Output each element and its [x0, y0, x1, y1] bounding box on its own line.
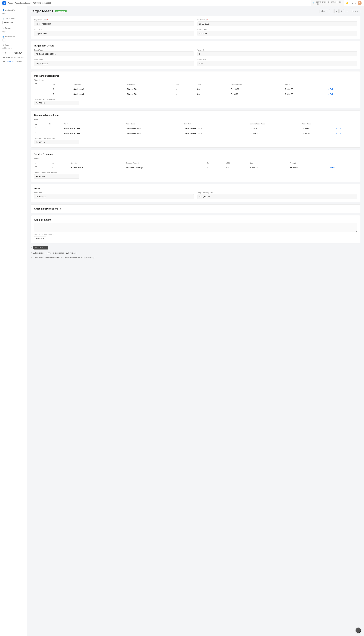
posting-time-value[interactable]: 17:04:55 [198, 31, 357, 36]
comment-button[interactable]: Comment [34, 236, 46, 240]
new-email-button[interactable]: ✉ New Email [34, 246, 48, 249]
consumed-stock-total-label: Consumed Stock Total Value [34, 98, 80, 100]
target-asset-value[interactable]: ACC-ASS-2021-00001 [34, 52, 194, 56]
consumed-stock-card: Consumed Stock Items Stock Items No. Ite… [31, 71, 360, 108]
row-edit[interactable]: ✏ Edit [335, 126, 357, 131]
asset-name-value[interactable]: Target Asset 1 [34, 61, 194, 66]
created-link[interactable]: created this [6, 60, 14, 62]
next-button[interactable]: › [334, 9, 338, 13]
row-item-code[interactable]: Service Item 1 [70, 165, 125, 170]
target-item-code-value[interactable]: Target Asset Item [34, 21, 194, 26]
target-item-details-title: Target Item Details [34, 44, 357, 47]
row-checkbox[interactable] [35, 88, 37, 90]
row-edit[interactable]: ✏ Edit [327, 87, 357, 92]
row-asset-value: Rs 361.42 [301, 131, 335, 136]
row-check[interactable] [34, 131, 47, 136]
consumed-assets-title: Consumed Asset Items [34, 114, 357, 116]
page-title: Target Asset 1 [31, 9, 54, 13]
scroll-to-top-button[interactable]: ↑ [356, 627, 361, 633]
row-item-code[interactable]: Stock Item 1 [72, 87, 126, 92]
entry-type-value[interactable]: Capitalization [34, 31, 194, 36]
row-asset[interactable]: ACC-ASS-2021-000... [62, 131, 125, 136]
target-qty-value[interactable]: 1 [198, 52, 357, 56]
comment-icon[interactable]: ○ [9, 52, 10, 54]
row-checkbox[interactable] [35, 132, 37, 134]
main-form-card: Target Item Code * Target Asset Item Pos… [31, 16, 360, 39]
cancel-button[interactable]: Cancel [350, 9, 360, 13]
edit-link[interactable]: ✏ Edit [330, 167, 336, 169]
row-check[interactable] [34, 165, 51, 170]
col-current-asset-value: Current Asset Value [249, 122, 301, 126]
edit-link[interactable]: ✏ Edit [336, 127, 341, 129]
select-all-services-checkbox[interactable] [35, 162, 37, 164]
nav-left: E › Assets › Asset Capitalization › ACC-… [2, 1, 51, 5]
target-incoming-rate-field: Target Incoming Rate Rs 2,218.23 [198, 192, 357, 199]
search-placeholder: Search or type a command (Ctrl + G) [316, 1, 342, 5]
table-row: 2 Stock Item 2 Stores - TC 4 Nos Rs 80.0… [34, 92, 357, 97]
accounting-dimensions-toggle[interactable]: Accounting Dimensions ∨ [34, 208, 357, 210]
tags-label: 🏷 Tags [2, 44, 25, 46]
col-stock-uom: Stock ... [196, 83, 230, 87]
row-edit[interactable]: ✏ Edit [335, 131, 357, 136]
row-item-code[interactable]: Stock Item 2 [72, 92, 126, 97]
consumed-assets-total-value: Rs 998.23 [34, 140, 80, 144]
activity-log: You edited this 23 hours ago You created… [2, 56, 25, 63]
edit-link[interactable]: ✏ Edit [328, 88, 333, 90]
help-button[interactable]: Help ▾ [351, 2, 356, 4]
stock-uom-value[interactable]: Nos [198, 61, 357, 66]
row-check[interactable] [34, 92, 52, 97]
service-expenses-total-label: Service Expense Total Amount [34, 172, 80, 174]
target-incoming-rate-label: Target Incoming Rate [198, 192, 357, 194]
print-button[interactable]: 🖨 [340, 9, 344, 13]
row-edit[interactable]: ✏ Edit [327, 92, 357, 97]
row-item-code[interactable]: Consumable Asset It... [183, 131, 249, 136]
consumed-stock-total-value: Rs 720.00 [34, 101, 80, 105]
tags-section: 🏷 Tags Add a tag ... [2, 44, 25, 49]
col-amount: Amount [284, 83, 327, 87]
row-checkbox[interactable] [35, 127, 37, 129]
select-all-stock-checkbox[interactable] [35, 83, 37, 85]
search-box[interactable]: 🔍 Search or type a command (Ctrl + G) [311, 0, 344, 6]
add-shared-with-button[interactable]: + [2, 39, 6, 42]
follow-button[interactable]: FOLLOW [14, 52, 22, 54]
edit-link[interactable]: ✏ Edit [328, 93, 333, 95]
edit-link[interactable]: ✏ Edit [336, 132, 341, 134]
target-qty-label: Target Qty [198, 49, 357, 51]
avatar[interactable]: A [358, 1, 362, 5]
row-valuation-rate: Rs 80.00 [230, 92, 284, 97]
col-qty: Qty [175, 83, 196, 87]
attach-file-button[interactable]: Attach File + [2, 21, 16, 24]
col-amount: Amount [289, 161, 329, 165]
row-checkbox[interactable] [35, 93, 37, 95]
target-item-code-field: Target Item Code * Target Asset Item [34, 19, 194, 26]
breadcrumb-assets[interactable]: Assets [8, 2, 13, 4]
consumed-assets-card: Consumed Asset Items Assets No. Asset As… [31, 111, 360, 148]
notification-icon[interactable]: 🔔 [346, 2, 349, 5]
add-review-button[interactable]: + [2, 30, 6, 33]
tags-placeholder[interactable]: Add a tag ... [2, 47, 12, 49]
asset-name-label: Asset Name [34, 59, 194, 61]
comment-textarea[interactable] [34, 223, 357, 232]
app-logo[interactable]: E [2, 1, 6, 5]
select-all-assets-checkbox[interactable] [35, 123, 37, 125]
breadcrumb-asset-capitalization[interactable]: Asset Capitalization [15, 2, 31, 4]
row-no: 1 [51, 165, 70, 170]
view-button[interactable]: View ▾ [320, 9, 328, 13]
like-icon[interactable]: ♡ [2, 52, 4, 54]
row-asset[interactable]: ACC-ASS-2021-000... [62, 126, 125, 131]
row-edit[interactable]: ✏ Edit [329, 165, 357, 170]
row-qty: 4 [175, 87, 196, 92]
row-check[interactable] [34, 87, 52, 92]
row-checkbox[interactable] [35, 166, 37, 168]
add-assigned-to-button[interactable]: + [2, 12, 6, 15]
row-no: 2 [52, 92, 72, 97]
row-check[interactable] [34, 126, 47, 131]
prev-button[interactable]: ‹ [329, 9, 334, 13]
row-item-code[interactable]: Consumable Asset It... [183, 126, 249, 131]
consumed-stock-title: Consumed Stock Items [34, 75, 357, 77]
breadcrumb-record[interactable]: ACC-ASC-2021-00001 [33, 2, 51, 4]
email-icon: ✉ [35, 247, 37, 249]
more-options-button[interactable]: ··· [345, 9, 349, 13]
required-star: * [208, 19, 208, 21]
posting-date-value[interactable]: 13-09-2021 [198, 21, 357, 26]
